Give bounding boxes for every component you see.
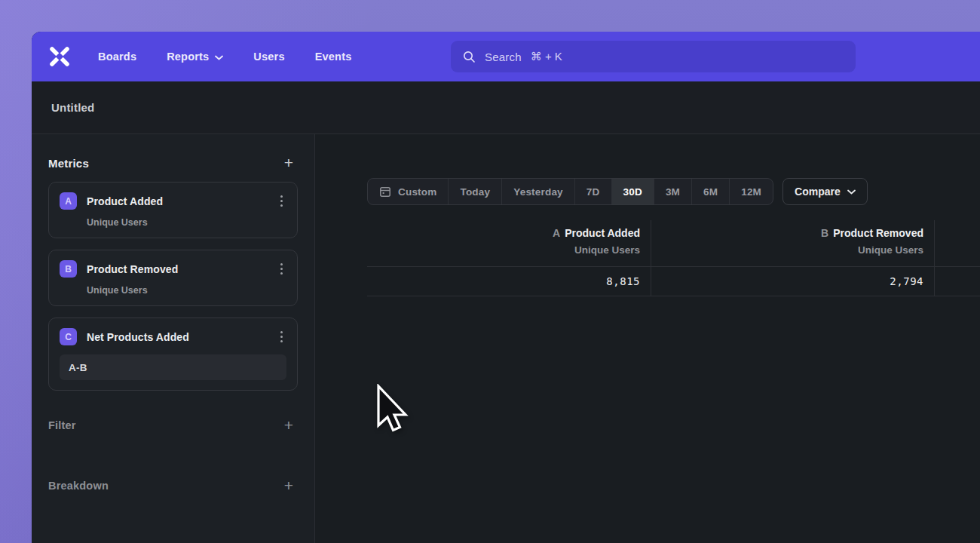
metrics-section-header: Metrics + [48,155,298,170]
date-range-custom[interactable]: Custom [368,179,448,204]
table-cell-value[interactable]: 2,794 [651,266,934,296]
query-builder-sidebar: Metrics + A Product Added Unique Users B… [32,134,315,543]
table-column-b: BProduct Removed Unique Users 2,794 [651,220,934,296]
search-input[interactable]: Search ⌘ + K [451,41,856,72]
metric-card-a[interactable]: A Product Added Unique Users [48,182,298,238]
date-range-3m[interactable]: 3M [654,179,691,204]
add-breakdown-button[interactable]: + [280,478,298,493]
date-range-label: 12M [741,186,761,198]
nav-item-label: Events [315,51,352,63]
metric-measure[interactable]: Unique Users [87,285,286,296]
filter-section: Filter + [48,418,298,433]
column-header[interactable]: BProduct Removed Unique Users [651,220,934,266]
table-column-a: AProduct Added Unique Users 8,815 [367,220,651,296]
nav-item-boards[interactable]: Boards [98,51,136,63]
date-range-label: 3M [666,186,680,198]
nav-links: Boards Reports Users Events [98,51,351,63]
column-badge: B [821,227,828,239]
table-cell-empty [935,266,980,296]
date-range-label: Yesterday [513,186,563,198]
nav-item-users[interactable]: Users [253,51,284,63]
date-range-label: 30D [623,186,642,198]
nav-item-label: Users [253,51,284,63]
compare-button[interactable]: Compare [782,178,868,205]
table-column-overflow [934,220,980,296]
add-filter-button[interactable]: + [280,418,298,433]
date-range-label: 6M [703,186,718,198]
column-badge: A [553,227,560,239]
column-title: Product Removed [833,227,923,239]
metric-name: Product Added [87,195,163,207]
metric-name: Net Products Added [87,331,189,343]
metric-badge: B [60,260,77,278]
report-canvas: Custom Today Yesterday 7D 30D 3M 6M 12M … [315,134,980,543]
search-icon [463,51,476,63]
nav-item-label: Reports [167,51,209,63]
search-placeholder: Search [485,51,522,63]
formula-input[interactable]: A-B [60,354,286,380]
column-title: Product Added [565,227,640,239]
kebab-menu-icon[interactable] [277,329,286,345]
nav-item-label: Boards [98,51,136,63]
breakdown-section: Breakdown + [48,478,298,493]
top-nav: Boards Reports Users Events Search ⌘ + K [32,32,980,81]
report-title[interactable]: Untitled [51,101,94,114]
compare-label: Compare [795,186,841,198]
date-range-today[interactable]: Today [448,179,501,204]
metric-measure[interactable]: Unique Users [87,217,286,228]
breakdown-label: Breakdown [48,480,109,492]
date-range-label: Today [460,186,490,198]
calendar-icon [379,186,391,198]
app-window: Boards Reports Users Events Search ⌘ + K… [32,32,980,543]
chevron-down-icon [215,55,223,60]
metric-card-b[interactable]: B Product Removed Unique Users [48,250,298,306]
column-header [935,220,980,266]
metrics-label: Metrics [48,157,89,170]
date-range-30d[interactable]: 30D [611,179,654,204]
date-toolbar: Custom Today Yesterday 7D 30D 3M 6M 12M … [367,178,980,205]
date-range-12m[interactable]: 12M [729,179,773,204]
results-table: AProduct Added Unique Users 8,815 BProdu… [367,220,980,296]
metric-card-c[interactable]: C Net Products Added A-B [48,318,298,391]
metric-name: Product Removed [87,263,178,275]
mixpanel-logo-icon[interactable] [48,45,71,68]
date-range-6m[interactable]: 6M [691,179,729,204]
add-metric-button[interactable]: + [280,155,298,170]
table-cell-value[interactable]: 8,815 [367,266,651,296]
nav-item-events[interactable]: Events [315,51,352,63]
column-header[interactable]: AProduct Added Unique Users [367,220,651,266]
column-subtitle: Unique Users [378,244,640,256]
date-range-label: 7D [586,186,600,198]
report-header: Untitled [32,81,980,134]
date-range-segmented-control: Custom Today Yesterday 7D 30D 3M 6M 12M [367,178,773,205]
metric-badge: C [60,328,77,345]
search-shortcut: ⌘ + K [531,50,562,63]
kebab-menu-icon[interactable] [277,261,286,277]
kebab-menu-icon[interactable] [277,193,286,209]
date-range-yesterday[interactable]: Yesterday [501,179,574,204]
date-range-7d[interactable]: 7D [574,179,611,204]
filter-label: Filter [48,419,76,431]
chevron-down-icon [847,189,856,195]
column-subtitle: Unique Users [662,244,923,256]
nav-item-reports[interactable]: Reports [167,51,223,63]
metric-badge: A [60,192,77,210]
date-range-label: Custom [398,186,436,198]
